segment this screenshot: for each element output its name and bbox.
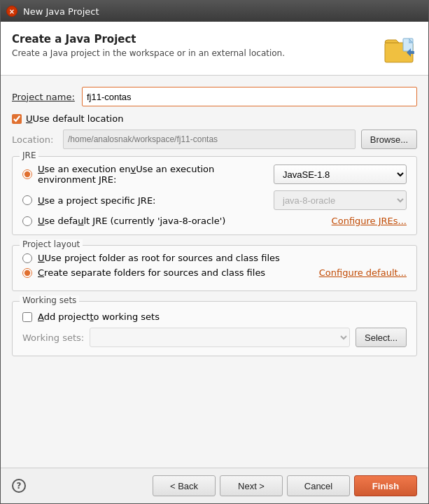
jre-section-label: JRE [20, 150, 38, 160]
project-layout-section: Project layout UUse project folder as ro… [12, 245, 417, 291]
next-button[interactable]: Next > [220, 475, 283, 496]
java-project-icon [384, 33, 417, 66]
browse-button[interactable]: Browse... [361, 130, 417, 149]
project-name-row: Project name: [12, 87, 417, 106]
layout-option2-radio[interactable] [22, 268, 32, 278]
jre-option2-select[interactable]: java-8-oracle [274, 190, 407, 210]
header-subtitle: Create a Java project in the workspace o… [12, 48, 285, 58]
jre-option1-row: Use an execution envUse an execution env… [22, 164, 407, 185]
working-sets-section: Working sets Add projectto working sets … [12, 301, 417, 356]
project-name-input[interactable] [82, 87, 417, 106]
header-title: Create a Java Project [12, 33, 285, 46]
add-to-working-sets-label[interactable]: Add projectto working sets [38, 312, 160, 322]
content-area: Project name: UUse default location Loca… [1, 76, 428, 468]
jre-section: JRE Use an execution envUse an execution… [12, 156, 417, 235]
jre-option3-row: Use default JRE (currently 'java-8-oracl… [22, 216, 407, 226]
svg-rect-1 [403, 38, 413, 51]
cancel-button[interactable]: Cancel [287, 475, 350, 496]
location-label: Location: [12, 134, 57, 145]
jre-option2-row: Use a project specific JRE: java-8-oracl… [22, 190, 407, 210]
working-sets-select-row: Working sets: Select... [22, 328, 407, 347]
jre-option1-radio[interactable] [22, 169, 32, 179]
jre-option1-select[interactable]: JavaSE-1.8 JavaSE-11 JavaSE-17 [274, 164, 407, 184]
window-title: New Java Project [23, 6, 99, 17]
add-to-working-sets-checkbox[interactable] [22, 312, 32, 322]
use-default-location-label[interactable]: UUse default location [26, 113, 123, 124]
finish-button[interactable]: Finish [354, 475, 417, 496]
working-sets-field-label: Working sets: [22, 332, 84, 343]
help-button[interactable]: ? [12, 479, 26, 493]
configure-jres-link[interactable]: Configure JREs... [332, 216, 407, 226]
header-text: Create a Java Project Create a Java proj… [12, 33, 285, 58]
layout-option1-radio[interactable] [22, 253, 32, 263]
back-button[interactable]: < Back [153, 475, 216, 496]
project-layout-label: Project layout [20, 239, 83, 249]
title-bar: × New Java Project [1, 1, 428, 22]
project-name-label: Project name: [12, 92, 82, 102]
jre-option3-radio[interactable] [22, 216, 32, 226]
use-default-location-checkbox[interactable] [12, 114, 22, 124]
header-area: Create a Java Project Create a Java proj… [1, 22, 428, 76]
close-button[interactable]: × [6, 6, 17, 17]
configure-default-link[interactable]: Configure default... [319, 267, 407, 278]
location-input [63, 130, 356, 149]
new-java-project-window: × New Java Project Create a Java Project… [0, 0, 429, 504]
jre-option2-radio[interactable] [22, 195, 32, 205]
footer: ? < Back Next > Cancel Finish [1, 468, 428, 503]
jre-option2-label[interactable]: Use a project specific JRE: [38, 195, 155, 206]
working-sets-label: Working sets [20, 295, 79, 305]
location-row: Location: Browse... [12, 130, 417, 149]
use-default-location-row: UUse default location [12, 113, 417, 124]
layout-option1-label[interactable]: UUse project folder as root for sources … [38, 253, 280, 263]
layout-option1-row: UUse project folder as root for sources … [22, 253, 407, 263]
jre-option3-label[interactable]: Use default JRE (currently 'java-8-oracl… [38, 216, 225, 226]
layout-option2-label[interactable]: Create separate folders for sources and … [38, 267, 265, 278]
layout-option2-row: Create separate folders for sources and … [22, 267, 407, 278]
working-sets-dropdown[interactable] [90, 328, 350, 347]
jre-option1-label[interactable]: Use an execution envUse an execution env… [38, 164, 274, 185]
add-working-sets-row: Add projectto working sets [22, 312, 407, 322]
select-working-sets-button[interactable]: Select... [356, 328, 407, 347]
